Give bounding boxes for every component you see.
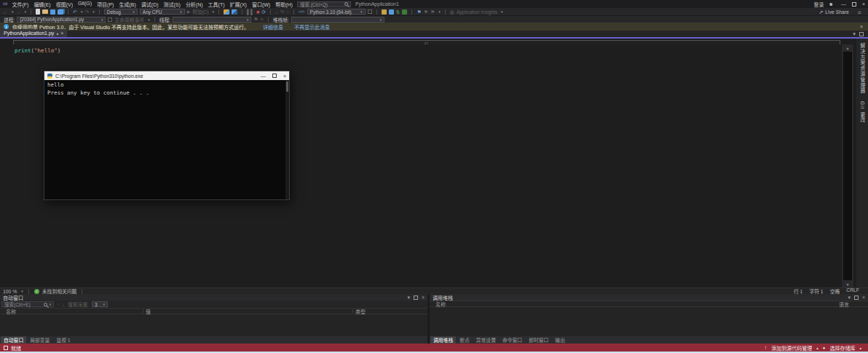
- bookmark-icon[interactable]: ⚑: [417, 9, 421, 15]
- autos-col-type[interactable]: 类型: [355, 308, 366, 315]
- hot-reload-icon[interactable]: [224, 9, 229, 15]
- tab-output[interactable]: 输出: [552, 336, 568, 344]
- callstack-col-language[interactable]: 语言: [839, 301, 849, 308]
- minimize-button[interactable]: —: [841, 1, 846, 7]
- autos-options-icon[interactable]: ▾: [407, 295, 410, 301]
- menu-item-debug[interactable]: 调试(D): [141, 1, 159, 8]
- stop-debugging-icon[interactable]: ■: [256, 9, 259, 15]
- infobar-close-icon[interactable]: ×: [860, 24, 864, 29]
- maximize-button[interactable]: [852, 2, 856, 7]
- autos-close-icon[interactable]: ×: [422, 295, 425, 300]
- flag-thread-icon[interactable]: ⚑: [253, 17, 258, 22]
- menu-item-edit[interactable]: 编辑(E): [33, 1, 50, 8]
- autos-panel-title-bar[interactable]: 自动窗口 ▾ ×: [0, 294, 427, 301]
- tab-autos[interactable]: 自动窗口: [1, 336, 26, 344]
- feedback-icon[interactable]: ☺: [857, 9, 862, 15]
- search-depth-dropdown[interactable]: 3▾: [92, 301, 108, 307]
- callstack-options-icon[interactable]: ▾: [848, 295, 851, 301]
- attach-button-label[interactable]: 附加(C): [192, 8, 208, 15]
- solution-configuration-dropdown[interactable]: Debug▾: [104, 9, 138, 15]
- menu-item-file[interactable]: 文件(F): [12, 1, 28, 8]
- apply-code-changes-icon[interactable]: [232, 9, 237, 15]
- menu-item-window[interactable]: 窗口(W): [252, 1, 270, 8]
- sidetab-solution-explorer[interactable]: 解决方案资源管理器: [859, 43, 866, 94]
- source-control-caret-icon[interactable]: ▴: [816, 346, 818, 350]
- test-explorer-icon[interactable]: [402, 9, 407, 15]
- autos-col-value[interactable]: 值: [146, 308, 151, 315]
- tab-watch1[interactable]: 监视 1: [53, 336, 73, 344]
- search-down-icon[interactable]: ↓: [63, 302, 66, 307]
- sidetab-git-changes[interactable]: Git 更改: [859, 101, 866, 123]
- autos-variable-list[interactable]: [0, 314, 427, 336]
- live-share-label[interactable]: Live Share: [825, 9, 849, 15]
- autos-search-input[interactable]: 搜索(Ctrl+E) ▾: [1, 301, 54, 307]
- lifecycle-events-label[interactable]: 生命周期事件: [114, 16, 144, 23]
- lifecycle-events-icon[interactable]: [108, 17, 112, 22]
- environment-settings-icon[interactable]: [368, 9, 372, 14]
- tab-locals[interactable]: 局部变量: [27, 336, 52, 344]
- start-attach-icon[interactable]: ▶: [187, 9, 191, 14]
- menu-item-build[interactable]: 生成(B): [119, 1, 135, 8]
- search-up-icon[interactable]: ↑: [57, 302, 60, 307]
- autos-float-icon[interactable]: [414, 296, 418, 300]
- callstack-float-icon[interactable]: [854, 296, 859, 300]
- editor-vertical-scrollbar[interactable]: ▴ ▾: [842, 44, 853, 287]
- callstack-frame-list[interactable]: [430, 307, 868, 336]
- console-maximize-button[interactable]: [272, 74, 277, 78]
- menu-item-project[interactable]: 项目(P): [97, 1, 114, 8]
- live-share-icon[interactable]: ↗: [818, 9, 823, 15]
- code-line-1[interactable]: print("hello"): [15, 47, 60, 54]
- console-scrollbar[interactable]: [285, 80, 289, 199]
- repo-caret-icon[interactable]: ▴: [859, 346, 861, 350]
- close-button[interactable]: ×: [862, 1, 865, 7]
- console-title-bar[interactable]: C:\Program Files\Python310\python.exe — …: [44, 71, 289, 80]
- process-dropdown[interactable]: [20364] PythonApplication1.py▾: [17, 17, 106, 23]
- scrollbar-map[interactable]: [843, 52, 852, 280]
- application-insights-label[interactable]: Application Insights: [457, 9, 497, 15]
- tab-pythonapplication1[interactable]: PythonApplication1.py ● ×: [0, 29, 67, 37]
- tab-exception-settings[interactable]: 异常设置: [473, 336, 499, 344]
- step-over-icon[interactable]: ↷: [280, 9, 285, 15]
- scrollbar-down-icon[interactable]: ▾: [842, 282, 853, 287]
- previous-bookmark-icon[interactable]: ⚑: [424, 9, 428, 15]
- console-output[interactable]: hello Press any key to continue . . .: [44, 80, 289, 199]
- tab-callstack[interactable]: 调用堆栈: [430, 336, 456, 344]
- account-avatar-icon[interactable]: ☻: [829, 1, 834, 7]
- menu-item-git[interactable]: Git(G): [78, 1, 92, 8]
- stack-frame-dropdown[interactable]: ▾: [291, 17, 384, 23]
- active-files-dropdown-icon[interactable]: ▾: [853, 31, 856, 37]
- add-to-source-control-button[interactable]: 添加到源代码管理: [771, 344, 812, 352]
- solution-platform-dropdown[interactable]: Any CPU▾: [140, 9, 185, 15]
- tab-command-window[interactable]: 命令窗口: [500, 336, 525, 344]
- python-environment-dropdown[interactable]: Python 3.10 (64-bit)▾: [307, 9, 366, 15]
- menu-item-analyze[interactable]: 分析(N): [186, 1, 203, 8]
- sign-in-button[interactable]: 登录: [814, 1, 824, 8]
- console-minimize-button[interactable]: —: [261, 74, 266, 79]
- zoom-level-dropdown[interactable]: 100 %: [3, 289, 17, 294]
- save-all-icon[interactable]: [58, 9, 63, 15]
- undo-icon[interactable]: ↶: [73, 9, 77, 15]
- float-window-icon[interactable]: [859, 32, 864, 36]
- navigate-test-icon[interactable]: ⇅: [396, 9, 401, 15]
- tab-close-icon[interactable]: ×: [60, 31, 63, 36]
- select-repository-button[interactable]: 选择存储库: [829, 344, 855, 352]
- console-close-button[interactable]: ×: [283, 74, 286, 79]
- code-editor[interactable]: print("hello") C:\Program Files\Python31…: [0, 44, 868, 287]
- show-threads-in-source-icon[interactable]: ≡: [261, 17, 264, 22]
- callstack-close-icon[interactable]: ×: [862, 295, 865, 300]
- callstack-panel-title-bar[interactable]: 调用堆栈 ▾ ×: [430, 294, 868, 301]
- autos-col-name[interactable]: 名称: [6, 308, 16, 315]
- infobar-details-link[interactable]: 详细信息: [263, 23, 283, 31]
- menu-item-extensions[interactable]: 扩展(X): [230, 1, 247, 8]
- menu-item-view[interactable]: 视图(V): [56, 1, 73, 8]
- menu-item-help[interactable]: 帮助(H): [275, 1, 293, 8]
- menu-item-tools[interactable]: 工具(T): [208, 1, 225, 8]
- tab-breakpoints[interactable]: 断点: [457, 336, 473, 344]
- callstack-col-name[interactable]: 名称: [435, 301, 446, 308]
- infobar-dismiss-link[interactable]: 不再显示此消息: [294, 23, 330, 31]
- quick-search-input[interactable]: 搜索 (Ctrl+Q): [297, 1, 351, 7]
- break-all-icon[interactable]: ▌▌: [247, 9, 254, 15]
- menu-item-test[interactable]: 测试(S): [164, 1, 181, 8]
- navigate-forward-icon[interactable]: →: [16, 9, 21, 15]
- thread-dropdown[interactable]: ▾: [173, 17, 251, 23]
